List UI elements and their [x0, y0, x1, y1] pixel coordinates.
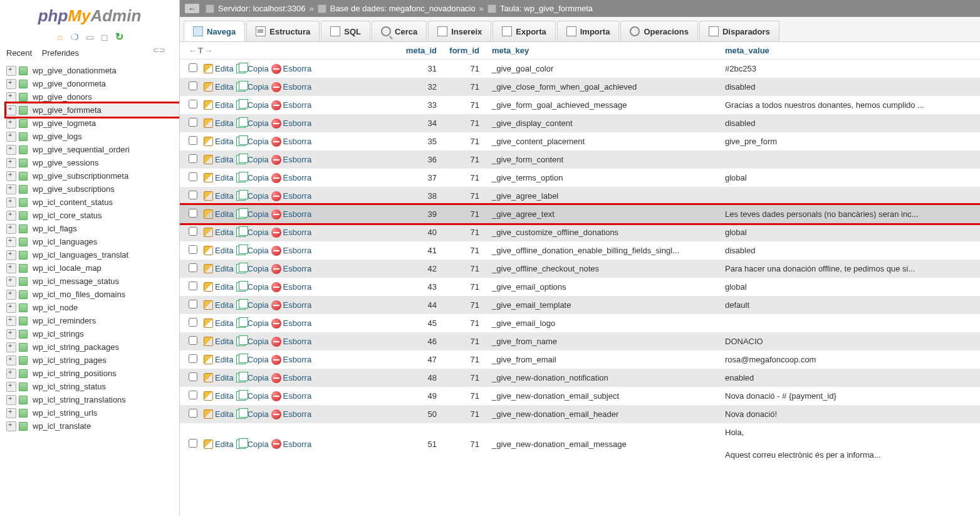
- tree-item[interactable]: wp_icl_string_pages: [6, 354, 179, 367]
- delete-link[interactable]: Esborra: [271, 100, 312, 110]
- row-checkbox[interactable]: [189, 227, 197, 236]
- help-icon[interactable]: ❍: [70, 32, 80, 42]
- edit-link[interactable]: Edita: [204, 246, 234, 255]
- logo[interactable]: phpMyAdmin: [0, 0, 179, 28]
- delete-link[interactable]: Esborra: [271, 155, 312, 165]
- copy-link[interactable]: Copia: [236, 82, 269, 92]
- collapse-nav-icon[interactable]: ←: [185, 4, 199, 13]
- tree-item[interactable]: wp_icl_locale_map: [6, 261, 179, 275]
- delete-link[interactable]: Esborra: [271, 373, 312, 383]
- tree-item[interactable]: wp_give_logmeta: [6, 117, 179, 130]
- link-icon[interactable]: ⊂⊃: [153, 46, 165, 55]
- tree-item[interactable]: wp_icl_reminders: [6, 314, 179, 327]
- tree-item[interactable]: wp_icl_string_packages: [6, 340, 179, 354]
- copy-link[interactable]: Copia: [236, 118, 269, 128]
- row-checkbox[interactable]: [189, 300, 197, 308]
- col-meta-value[interactable]: meta_value: [725, 46, 769, 55]
- row-checkbox[interactable]: [189, 439, 197, 448]
- edit-link[interactable]: Edita: [204, 440, 234, 449]
- edit-link[interactable]: Edita: [204, 118, 234, 128]
- tree-item[interactable]: wp_icl_languages: [6, 235, 179, 248]
- tab-triggers[interactable]: Disparadors: [699, 21, 779, 41]
- edit-link[interactable]: Edita: [204, 137, 234, 146]
- copy-link[interactable]: Copia: [236, 319, 269, 328]
- delete-link[interactable]: Esborra: [271, 355, 312, 365]
- edit-link[interactable]: Edita: [204, 82, 234, 92]
- delete-link[interactable]: Esborra: [271, 282, 312, 292]
- edit-link[interactable]: Edita: [204, 300, 234, 310]
- delete-link[interactable]: Esborra: [271, 300, 312, 310]
- row-checkbox[interactable]: [189, 136, 197, 145]
- edit-link[interactable]: Edita: [204, 173, 234, 182]
- breadcrumb-server[interactable]: Servidor: localhost:3306: [218, 4, 305, 13]
- row-checkbox[interactable]: [189, 100, 197, 108]
- copy-link[interactable]: Copia: [236, 264, 269, 273]
- tree-item[interactable]: wp_icl_strings: [6, 327, 179, 340]
- copy-link[interactable]: Copia: [236, 391, 269, 401]
- tree-item[interactable]: wp_icl_message_status: [6, 275, 179, 288]
- edit-link[interactable]: Edita: [204, 391, 234, 401]
- col-meta-id[interactable]: meta_id: [406, 46, 437, 55]
- copy-link[interactable]: Copia: [236, 137, 269, 146]
- tree-item[interactable]: wp_give_donationmeta: [6, 64, 179, 77]
- col-form-id[interactable]: form_id: [449, 46, 479, 55]
- copy-link[interactable]: Copia: [236, 409, 269, 419]
- tree-item[interactable]: wp_give_logs: [6, 130, 179, 143]
- delete-link[interactable]: Esborra: [271, 137, 312, 147]
- tab-favorites[interactable]: Preferides: [42, 48, 79, 58]
- row-checkbox[interactable]: [189, 63, 197, 72]
- row-checkbox[interactable]: [189, 409, 197, 418]
- delete-link[interactable]: Esborra: [271, 391, 312, 401]
- copy-link[interactable]: Copia: [236, 191, 269, 201]
- tab-structure[interactable]: Estructura: [246, 21, 320, 41]
- row-checkbox[interactable]: [189, 354, 197, 363]
- delete-link[interactable]: Esborra: [271, 319, 312, 329]
- delete-link[interactable]: Esborra: [271, 264, 312, 274]
- row-checkbox[interactable]: [189, 172, 197, 181]
- row-checkbox[interactable]: [189, 282, 197, 290]
- row-checkbox[interactable]: [189, 391, 197, 399]
- refresh-icon[interactable]: ↻: [114, 31, 124, 41]
- copy-link[interactable]: Copia: [236, 155, 269, 164]
- delete-link[interactable]: Esborra: [271, 439, 312, 449]
- edit-link[interactable]: Edita: [204, 100, 234, 110]
- edit-link[interactable]: Edita: [204, 282, 234, 292]
- tree-item[interactable]: wp_give_donors: [6, 90, 179, 103]
- row-checkbox[interactable]: [189, 118, 197, 127]
- edit-link[interactable]: Edita: [204, 319, 234, 328]
- copy-link[interactable]: Copia: [236, 373, 269, 382]
- edit-link[interactable]: Edita: [204, 373, 234, 382]
- tree-item[interactable]: wp_icl_core_status: [6, 209, 179, 222]
- delete-link[interactable]: Esborra: [271, 118, 312, 129]
- edit-link[interactable]: Edita: [204, 191, 234, 201]
- tree-item[interactable]: wp_icl_mo_files_domains: [6, 288, 179, 301]
- tree-item[interactable]: wp_icl_content_status: [6, 196, 179, 209]
- row-checkbox[interactable]: [189, 336, 197, 345]
- copy-link[interactable]: Copia: [236, 355, 269, 364]
- home-icon[interactable]: ⌂: [55, 32, 65, 42]
- delete-link[interactable]: Esborra: [271, 173, 312, 183]
- copy-link[interactable]: Copia: [236, 440, 269, 449]
- edit-link[interactable]: Edita: [204, 64, 234, 73]
- row-checkbox[interactable]: [189, 318, 197, 327]
- docs-icon[interactable]: ▭: [85, 32, 95, 42]
- tree-item[interactable]: wp_icl_node: [6, 301, 179, 314]
- copy-link[interactable]: Copia: [236, 173, 269, 182]
- tab-insert[interactable]: Insereix: [428, 21, 491, 41]
- copy-link[interactable]: Copia: [236, 337, 269, 346]
- edit-link[interactable]: Edita: [204, 228, 234, 237]
- delete-link[interactable]: Esborra: [271, 337, 312, 347]
- row-checkbox[interactable]: [189, 245, 197, 254]
- tab-export[interactable]: Exporta: [493, 21, 555, 41]
- tree-item[interactable]: wp_give_sequential_orderi: [6, 143, 179, 156]
- col-meta-key[interactable]: meta_key: [492, 46, 529, 55]
- delete-link[interactable]: Esborra: [271, 191, 312, 201]
- delete-link[interactable]: Esborra: [271, 228, 312, 238]
- row-checkbox[interactable]: [189, 209, 197, 218]
- copy-link[interactable]: Copia: [236, 300, 269, 310]
- tab-recent[interactable]: Recent: [6, 48, 32, 58]
- copy-link[interactable]: Copia: [236, 209, 269, 219]
- row-checkbox[interactable]: [189, 372, 197, 381]
- edit-link[interactable]: Edita: [204, 337, 234, 346]
- copy-link[interactable]: Copia: [236, 246, 269, 255]
